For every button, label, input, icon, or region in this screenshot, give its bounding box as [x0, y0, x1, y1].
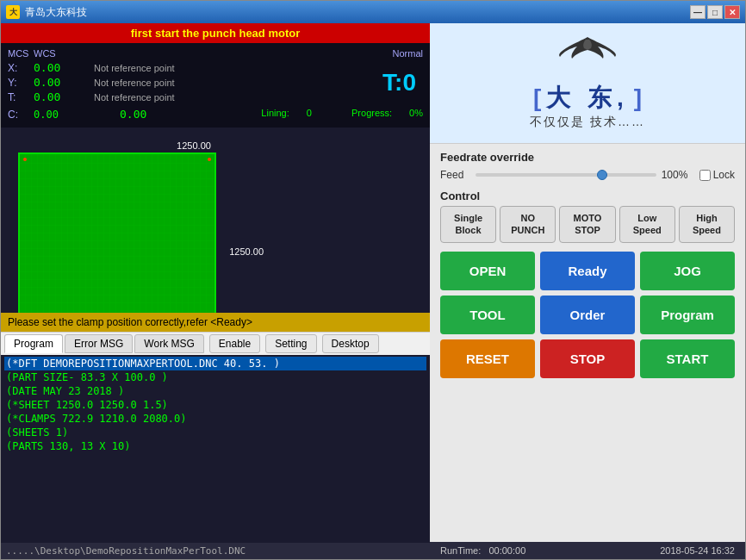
y-label: Y: [8, 77, 34, 89]
bottom-tabs: Program Error MSG Work MSG Enable Settin… [1, 332, 430, 355]
action-btn-reset[interactable]: RESET [440, 339, 535, 378]
punch-grid [18, 152, 216, 313]
feed-label: Feed [440, 169, 470, 181]
punch-grid-inner [20, 154, 214, 313]
feed-slider-thumb[interactable] [597, 170, 607, 180]
window-title: 青岛大东科技 [25, 5, 87, 20]
control-btn-single-block[interactable]: SingleBlock [440, 206, 496, 243]
lock-checkbox[interactable] [699, 170, 711, 181]
close-button[interactable]: ✕ [724, 5, 740, 19]
x-mcs: 0.00 [34, 61, 94, 74]
feedrate-section: Feedrate override Feed 100% Lock [430, 144, 745, 186]
logo-sub: 不仅仅是 技术…… [530, 115, 645, 130]
lock-label: Lock [713, 169, 735, 181]
status-bar: Please set the clamp position correctly,… [1, 313, 430, 332]
control-section: Control SingleBlockNOPUNCHMOTOSTOPLowSpe… [430, 186, 745, 246]
dim-top: 1250.00 [18, 140, 370, 151]
feed-row: Feed 100% Lock [440, 167, 735, 183]
c-label: C: [8, 109, 34, 121]
runtime-value: 00:00:00 [488, 545, 525, 556]
t-display: T:0 [382, 69, 416, 96]
app-icon: 大 [6, 5, 20, 19]
right-bracket: ] [634, 84, 642, 112]
coord-extra: Lining: 0 Progress: 0% [261, 106, 423, 122]
code-line[interactable]: (*SHEET 1250.0 1250.0 1.5) [4, 398, 426, 412]
code-line[interactable]: (PART SIZE- 83.3 X 100.0 ) [4, 370, 426, 384]
setting-button[interactable]: Setting [265, 334, 316, 353]
c-mcs: 0.00 [34, 109, 94, 121]
action-btn-ready[interactable]: Ready [540, 252, 635, 290]
lining-label: Lining: [261, 108, 289, 121]
control-btn-no-punch[interactable]: NOPUNCH [500, 206, 556, 243]
lining-value: 0 [307, 108, 312, 121]
action-btn-program[interactable]: Program [640, 296, 735, 334]
y-status: Not reference point [94, 78, 214, 88]
mcs-header: MCS [8, 48, 34, 59]
tab-work-msg[interactable]: Work MSG [134, 334, 203, 353]
t-label: T: [8, 91, 34, 103]
left-bracket: [ [533, 84, 541, 112]
minimize-button[interactable]: — [690, 5, 706, 19]
grid-dot-tr [208, 158, 211, 161]
logo-area: [ 大 东, ] 不仅仅是 技术…… [430, 23, 745, 144]
control-btn-moto-stop[interactable]: MOTOSTOP [559, 206, 615, 243]
tab-error-msg[interactable]: Error MSG [65, 334, 133, 353]
feed-slider-track [476, 173, 656, 177]
bracket-text: [ 大 东, ] [533, 82, 642, 115]
progress-label: Progress: [351, 108, 392, 121]
coords-panel: MCS WCS Normal X: 0.00 Not reference poi… [1, 43, 430, 128]
window-controls: — □ ✕ [690, 5, 740, 19]
feed-lock[interactable]: Lock [699, 169, 735, 181]
coords-header: MCS WCS Normal [8, 47, 423, 60]
action-btn-open[interactable]: OPEN [440, 252, 535, 290]
code-line[interactable]: (PARTS 130, 13 X 10) [4, 439, 426, 453]
y-row: Y: 0.00 Not reference point [8, 75, 382, 90]
enable-button[interactable]: Enable [209, 334, 260, 353]
control-btn-low-speed[interactable]: LowSpeed [619, 206, 675, 243]
canvas-area: 1250.00 1250.00 ⊕ [1, 128, 430, 313]
right-panel: [ 大 东, ] 不仅仅是 技术…… Feedrate override Fee… [430, 23, 745, 559]
wcs-header: WCS [34, 48, 94, 59]
code-line[interactable]: (*CLAMPS 722.9 1210.0 2080.0) [4, 412, 426, 426]
datetime-display: 2018-05-24 16:32 [660, 545, 735, 556]
main-window: 大 青岛大东科技 — □ ✕ first start the punch hea… [0, 0, 746, 560]
action-buttons: OPENReadyJOGTOOLOrderProgramRESETSTOPSTA… [430, 246, 745, 383]
x-label: X: [8, 62, 34, 74]
eagle-icon [553, 33, 622, 70]
maximize-button[interactable]: □ [707, 5, 723, 19]
runtime-label: RunTime: [440, 545, 481, 556]
code-line[interactable]: (DATE MAY 23 2018 ) [4, 384, 426, 398]
punch-area-wrapper: 1250.00 1250.00 ⊕ [1, 128, 430, 313]
x-row: X: 0.00 Not reference point [8, 60, 382, 75]
tab-program[interactable]: Program [4, 334, 63, 353]
logo-main: 大 东, [546, 82, 629, 115]
x-status: Not reference point [94, 63, 214, 73]
c-wcs: 0.00 [120, 107, 189, 121]
bottom-status: RunTime: 00:00:00 2018-05-24 16:32 [430, 542, 745, 559]
t-row: T: 0.00 Not reference point [8, 90, 382, 104]
t-status: Not reference point [94, 92, 214, 103]
feedrate-title: Feedrate override [440, 151, 735, 164]
control-buttons: SingleBlockNOPUNCHMOTOSTOPLowSpeedHighSp… [440, 206, 735, 243]
code-area[interactable]: (*DFT DEMOREPOSITIONMAXPERTOOL.DNC 40. 5… [1, 355, 430, 544]
title-bar: 大 青岛大东科技 — □ ✕ [1, 1, 745, 23]
t-mcs: 0.00 [34, 90, 94, 103]
desktop-button[interactable]: Desktop [322, 334, 379, 353]
grid-dot-tl [23, 158, 27, 161]
code-line[interactable]: (*DFT DEMOREPOSITIONMAXPERTOOL.DNC 40. 5… [4, 357, 426, 370]
alert-bar: first start the punch head motor [1, 23, 430, 43]
action-btn-order[interactable]: Order [540, 296, 635, 334]
feed-slider-container[interactable] [476, 167, 656, 183]
file-path: .....\Desktop\DemoRepositionMaxPerTool.D… [1, 543, 430, 559]
feed-percentage: 100% [662, 169, 694, 181]
runtime-display: RunTime: 00:00:00 [440, 545, 525, 556]
code-line[interactable]: (SHEETS 1) [4, 426, 426, 439]
control-btn-high-speed[interactable]: HighSpeed [679, 206, 735, 243]
action-btn-tool[interactable]: TOOL [440, 296, 535, 334]
action-btn-stop[interactable]: STOP [540, 339, 635, 378]
action-btn-start[interactable]: START [640, 339, 735, 378]
action-btn-jog[interactable]: JOG [640, 252, 735, 290]
control-title: Control [440, 190, 735, 202]
main-content: first start the punch head motor MCS WCS… [1, 23, 745, 559]
c-row: C: 0.00 0.00 [8, 106, 189, 122]
